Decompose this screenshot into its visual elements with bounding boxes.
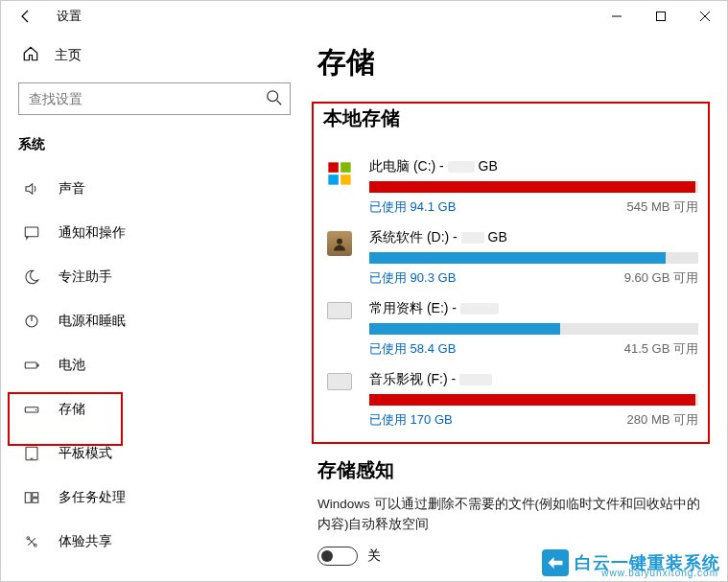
toggle-state-label: 关 — [367, 547, 381, 565]
svg-rect-13 — [25, 493, 31, 503]
drive-item-e[interactable]: 常用资料 (E:) - 已使用 58.4 GB 41.5 GB 可用 — [317, 291, 704, 361]
home-icon — [22, 45, 39, 65]
drive-item-d[interactable]: 系统软件 (D:) - GB 已使用 90.3 GB 9.60 GB 可用 — [317, 220, 704, 291]
used-label: 已使用 170 GB — [369, 411, 453, 429]
home-link[interactable]: 主页 — [22, 45, 291, 65]
drive-item-f[interactable]: 音乐影视 (F:) - 已使用 170 GB 280 MB 可用 — [317, 361, 704, 432]
nav-label: 体验共享 — [59, 533, 112, 550]
avatar-drive-icon — [323, 229, 356, 287]
drive-name: 常用资料 (E:) - — [369, 300, 698, 317]
svg-rect-8 — [37, 364, 39, 367]
share-icon — [22, 533, 41, 550]
svg-rect-19 — [341, 162, 351, 173]
nav-label: 专注助手 — [59, 268, 112, 286]
sidebar: 主页 系统 声音 通知和操作 专注 — [1, 32, 308, 581]
close-button[interactable] — [683, 1, 727, 32]
nav-item-storage[interactable]: 存储 — [18, 387, 291, 431]
search-input[interactable] — [18, 82, 291, 115]
free-label: 9.60 GB 可用 — [624, 269, 698, 287]
hdd-icon — [323, 300, 356, 358]
drive-icon — [22, 401, 41, 418]
windows-drive-icon — [323, 158, 356, 216]
storage-sense-title: 存储感知 — [317, 457, 710, 483]
svg-rect-1 — [657, 12, 666, 21]
maximize-button[interactable] — [639, 1, 683, 32]
svg-point-2 — [268, 91, 278, 102]
content-area: 存储 本地存储 此电脑 (C:) - GB 已使用 94.1 GB — [308, 32, 727, 581]
svg-rect-18 — [328, 162, 339, 173]
search-icon — [266, 89, 283, 110]
nav-label: 声音 — [59, 180, 85, 198]
nav-item-multitasking[interactable]: 多任务处理 — [18, 476, 291, 520]
used-label: 已使用 90.3 GB — [369, 269, 456, 287]
hdd-icon — [323, 371, 356, 429]
drive-item-c[interactable]: 此电脑 (C:) - GB 已使用 94.1 GB 545 MB 可用 — [317, 149, 704, 220]
nav-item-notifications[interactable]: 通知和操作 — [18, 211, 291, 255]
category-label: 系统 — [18, 136, 291, 153]
speaker-icon — [22, 180, 41, 198]
svg-line-3 — [277, 101, 282, 105]
minimize-button[interactable] — [595, 1, 639, 32]
nav-label: 电池 — [59, 357, 85, 374]
svg-rect-14 — [33, 493, 38, 498]
moon-icon — [22, 268, 41, 286]
search-box[interactable] — [18, 82, 291, 115]
usage-bar — [369, 394, 698, 406]
nav-item-tablet-mode[interactable]: 平板模式 — [18, 431, 291, 476]
svg-rect-20 — [328, 175, 339, 185]
message-icon — [22, 224, 41, 242]
nav-item-battery[interactable]: 电池 — [18, 343, 291, 387]
nav-item-focus-assist[interactable]: 专注助手 — [18, 255, 291, 299]
svg-point-10 — [35, 409, 37, 411]
watermark-logo-icon — [542, 549, 569, 576]
multitask-icon — [22, 489, 41, 506]
free-label: 545 MB 可用 — [627, 198, 698, 216]
nav-label: 多任务处理 — [59, 489, 126, 506]
svg-point-22 — [337, 239, 342, 244]
app-title: 设置 — [57, 8, 82, 25]
home-label: 主页 — [55, 47, 82, 64]
svg-rect-7 — [25, 362, 36, 368]
nav-item-power-sleep[interactable]: 电源和睡眠 — [18, 299, 291, 343]
storage-sense-desc: Windows 可以通过删除不需要的文件(例如临时文件和回收站中的内容)自动释放… — [317, 495, 702, 535]
usage-bar — [369, 252, 698, 264]
back-button[interactable] — [12, 9, 39, 24]
watermark: 白云一键重装系统 www.baiyunxitong.com — [542, 549, 720, 576]
svg-rect-4 — [25, 227, 38, 237]
free-label: 280 MB 可用 — [627, 411, 698, 429]
drive-name: 音乐影视 (F:) - — [369, 371, 698, 388]
watermark-url: www.baiyunxitong.com — [601, 568, 718, 578]
used-label: 已使用 58.4 GB — [369, 340, 456, 358]
power-icon — [22, 313, 41, 330]
nav-label: 平板模式 — [59, 445, 112, 462]
drive-name: 此电脑 (C:) - GB — [369, 158, 698, 175]
nav-list: 声音 通知和操作 专注助手 电源和睡眠 电池 — [18, 167, 291, 564]
local-storage-section: 本地存储 此电脑 (C:) - GB 已使用 94.1 GB 545 MB 可用 — [312, 102, 710, 444]
titlebar: 设置 — [1, 1, 727, 32]
drive-name: 系统软件 (D:) - GB — [369, 229, 698, 246]
used-label: 已使用 94.1 GB — [369, 198, 456, 216]
storage-sense-toggle[interactable] — [317, 547, 358, 566]
nav-label: 存储 — [59, 401, 85, 418]
usage-bar — [369, 323, 698, 335]
nav-label: 通知和操作 — [59, 224, 126, 242]
nav-label: 电源和睡眠 — [59, 313, 126, 330]
battery-icon — [22, 357, 41, 374]
usage-bar — [369, 181, 698, 193]
nav-item-sound[interactable]: 声音 — [18, 167, 291, 211]
tablet-icon — [22, 445, 41, 462]
free-label: 41.5 GB 可用 — [624, 340, 698, 358]
svg-rect-21 — [341, 175, 351, 185]
svg-rect-15 — [33, 499, 38, 503]
page-title: 存储 — [317, 43, 710, 82]
nav-item-shared-experiences[interactable]: 体验共享 — [18, 520, 291, 564]
section-title: 本地存储 — [323, 105, 704, 131]
